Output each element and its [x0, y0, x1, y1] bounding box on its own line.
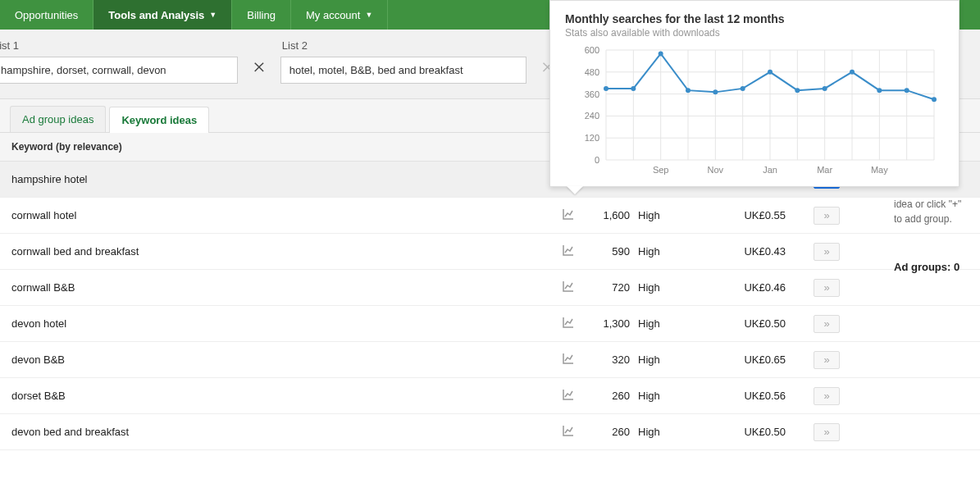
chart-subtitle: Stats also available with downloads [565, 27, 944, 39]
svg-text:360: 360 [585, 89, 599, 99]
cell-competition: High [638, 426, 712, 438]
add-keyword-button[interactable]: » [814, 315, 840, 333]
cell-searches: 320 [581, 353, 638, 366]
table-row[interactable]: cornwall hotel 1,600 High UK£0.55 » [0, 198, 980, 234]
cell-cpc: UK£0.56 [712, 390, 802, 402]
table-row[interactable]: devon bed and breakfast 260 High UK£0.50… [0, 414, 980, 450]
cell-searches: 590 [581, 245, 638, 258]
cell-competition: High [638, 390, 712, 402]
cell-competition: High [638, 281, 712, 294]
svg-text:0: 0 [595, 155, 599, 165]
svg-point-40 [877, 88, 882, 93]
chart-title: Monthly searches for the last 12 months [565, 12, 944, 25]
svg-text:240: 240 [585, 111, 599, 121]
cell-searches: 260 [581, 426, 638, 438]
chevron-down-icon: ▼ [209, 11, 217, 19]
chevron-down-icon: ▼ [365, 11, 372, 19]
multiply-icon: × [238, 54, 280, 84]
cell-keyword: cornwall bed and breakfast [11, 245, 556, 258]
nav-tools-analysis[interactable]: Tools and Analysis▼ [93, 0, 232, 30]
svg-point-35 [741, 86, 745, 91]
table-row[interactable]: devon B&B 320 High UK£0.65 » [0, 342, 980, 378]
svg-point-39 [850, 70, 855, 75]
cell-keyword: dorset B&B [11, 390, 556, 402]
add-keyword-button[interactable]: » [814, 423, 840, 441]
plan-sidebar: idea or click "+" to add group. Ad group… [886, 189, 980, 284]
ad-groups-count: Ad groups: 0 [894, 259, 972, 276]
svg-text:Jan: Jan [763, 165, 777, 175]
chart-icon[interactable] [556, 425, 581, 439]
svg-text:May: May [871, 165, 888, 175]
table-row[interactable]: cornwall B&B 720 High UK£0.46 » [0, 270, 980, 306]
cell-cpc: UK£0.50 [712, 426, 802, 438]
add-keyword-button[interactable]: » [814, 243, 840, 261]
add-keyword-button[interactable]: » [814, 387, 840, 405]
nav-billing[interactable]: Billing [232, 0, 291, 30]
nav-my-account[interactable]: My account▼ [291, 0, 388, 30]
cell-keyword: devon B&B [11, 353, 556, 366]
monthly-searches-chart: 0120240360480600SepNovJanMarMay [565, 45, 942, 180]
cell-keyword: hampshire hotel [11, 173, 556, 185]
cell-competition: High [638, 353, 712, 366]
cell-competition: High [638, 209, 712, 221]
cell-searches: 720 [581, 281, 638, 294]
svg-text:480: 480 [585, 67, 599, 77]
list2-input[interactable] [280, 57, 526, 84]
svg-text:Sep: Sep [653, 165, 669, 175]
svg-text:Nov: Nov [708, 165, 724, 175]
chart-popover: Monthly searches for the last 12 months … [549, 0, 959, 187]
add-keyword-button[interactable]: » [814, 351, 840, 369]
svg-point-31 [631, 86, 636, 91]
list1-label: List 1 [0, 39, 238, 52]
chart-icon[interactable] [556, 389, 581, 403]
cell-cpc: UK£0.43 [712, 245, 802, 258]
cell-cpc: UK£0.46 [712, 281, 802, 294]
svg-point-42 [932, 97, 937, 102]
chart-icon[interactable] [556, 353, 581, 367]
chart-icon[interactable] [556, 208, 581, 222]
cell-cpc: UK£0.65 [712, 353, 802, 366]
cell-searches: 1,300 [581, 317, 638, 330]
chart-icon[interactable] [556, 317, 581, 331]
svg-point-38 [823, 86, 827, 91]
cell-keyword: cornwall B&B [11, 281, 556, 294]
cell-searches: 260 [581, 390, 638, 402]
svg-text:Mar: Mar [817, 165, 832, 175]
cell-keyword: devon bed and breakfast [11, 426, 556, 438]
nav-opportunities[interactable]: Opportunities [0, 0, 93, 30]
svg-point-34 [713, 89, 718, 94]
add-keyword-button[interactable]: » [814, 279, 840, 297]
chart-icon[interactable] [556, 244, 581, 258]
add-keyword-button[interactable]: » [814, 207, 840, 225]
list2-label: List 2 [280, 39, 526, 52]
svg-text:120: 120 [585, 133, 599, 143]
svg-point-32 [659, 51, 663, 56]
tab-keyword-ideas[interactable]: Keyword ideas [109, 107, 209, 133]
svg-point-37 [795, 88, 800, 93]
chart-icon[interactable] [556, 280, 581, 294]
cell-keyword: devon hotel [11, 317, 556, 330]
cell-competition: High [638, 317, 712, 330]
cell-searches: 1,600 [581, 209, 638, 221]
cell-cpc: UK£0.50 [712, 317, 802, 330]
svg-point-41 [905, 88, 909, 93]
svg-point-33 [686, 88, 691, 93]
cell-competition: High [638, 245, 712, 258]
table-row[interactable]: devon hotel 1,300 High UK£0.50 » [0, 306, 980, 342]
svg-point-36 [768, 70, 773, 75]
cell-cpc: UK£0.55 [712, 209, 802, 221]
table-row[interactable]: cornwall bed and breakfast 590 High UK£0… [0, 234, 980, 270]
cell-keyword: cornwall hotel [11, 209, 556, 221]
table-row[interactable]: dorset B&B 260 High UK£0.56 » [0, 378, 980, 414]
sidebar-hint: idea or click "+" to add group. [894, 197, 972, 226]
tab-ad-group-ideas[interactable]: Ad group ideas [10, 106, 106, 132]
svg-point-30 [604, 86, 609, 91]
list1-input[interactable] [0, 57, 238, 84]
svg-text:600: 600 [585, 45, 599, 55]
